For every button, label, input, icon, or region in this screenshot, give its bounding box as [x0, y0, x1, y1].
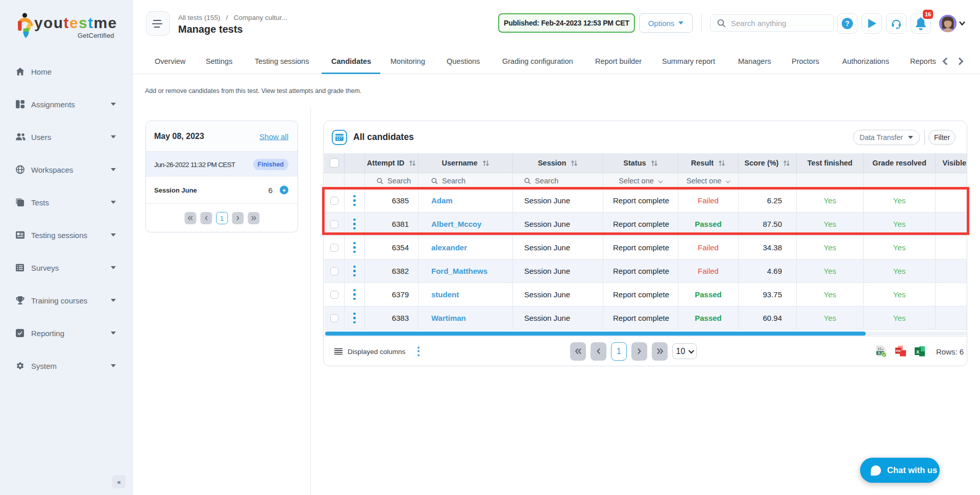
svg-text:?: ? — [845, 19, 850, 28]
svg-text:PDF: PDF — [896, 349, 901, 352]
svg-text:X: X — [916, 349, 919, 354]
